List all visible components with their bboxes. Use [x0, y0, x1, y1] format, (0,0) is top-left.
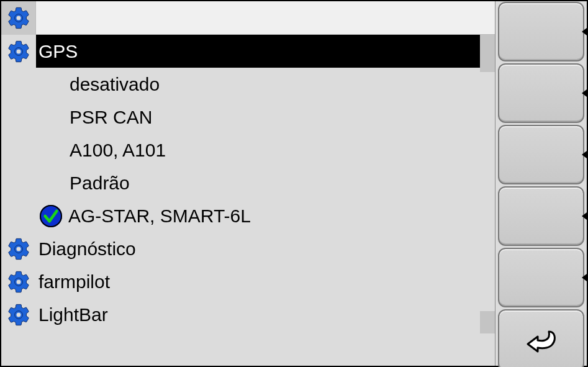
gear-icon [1, 302, 36, 327]
option-psr-can[interactable]: PSR CAN [1, 101, 495, 134]
side-button-4[interactable] [498, 186, 584, 246]
option-label: Padrão [67, 173, 480, 194]
main-panel: GPS desativado PSR CAN [1, 1, 495, 366]
side-button-2[interactable] [498, 63, 584, 123]
screen: GPS desativado PSR CAN [0, 0, 588, 367]
scrollbar-thumb[interactable] [480, 311, 495, 333]
side-button-3[interactable] [498, 125, 584, 184]
section-label: farmpilot [36, 271, 480, 292]
menu-list: GPS desativado PSR CAN [1, 35, 495, 366]
side-button-1[interactable] [498, 2, 584, 61]
gear-icon [1, 237, 36, 261]
option-a100-a101[interactable]: A100, A101 [1, 134, 495, 166]
option-ag-star-smart-6l[interactable]: AG-STAR, SMART-6L [1, 199, 495, 232]
sidebar [495, 1, 587, 366]
header-row [1, 1, 495, 35]
gear-icon [1, 270, 36, 294]
section-label: Diagnóstico [36, 238, 480, 260]
section-label: GPS [36, 41, 480, 62]
section-gps[interactable]: GPS [1, 35, 495, 68]
section-farmpilot[interactable]: farmpilot [1, 265, 495, 298]
section-lightbar[interactable]: LightBar [1, 298, 495, 331]
back-icon [522, 325, 561, 355]
option-desativado[interactable]: desativado [1, 68, 495, 101]
header-gear-icon [1, 1, 36, 35]
gear-icon [1, 39, 36, 64]
scrollbar[interactable] [480, 35, 495, 366]
option-label: PSR CAN [67, 107, 480, 128]
scrollbar-thumb[interactable] [480, 35, 495, 72]
option-label: AG-STAR, SMART-6L [62, 206, 480, 227]
section-label: LightBar [36, 304, 480, 325]
check-icon [40, 205, 62, 227]
header-spacer [36, 1, 495, 35]
side-button-5[interactable] [498, 248, 584, 307]
back-button[interactable] [498, 309, 584, 367]
option-label: desativado [67, 74, 480, 95]
option-padrao[interactable]: Padrão [1, 166, 495, 199]
option-label: A100, A101 [67, 140, 480, 161]
section-diagnostico[interactable]: Diagnóstico [1, 232, 495, 265]
